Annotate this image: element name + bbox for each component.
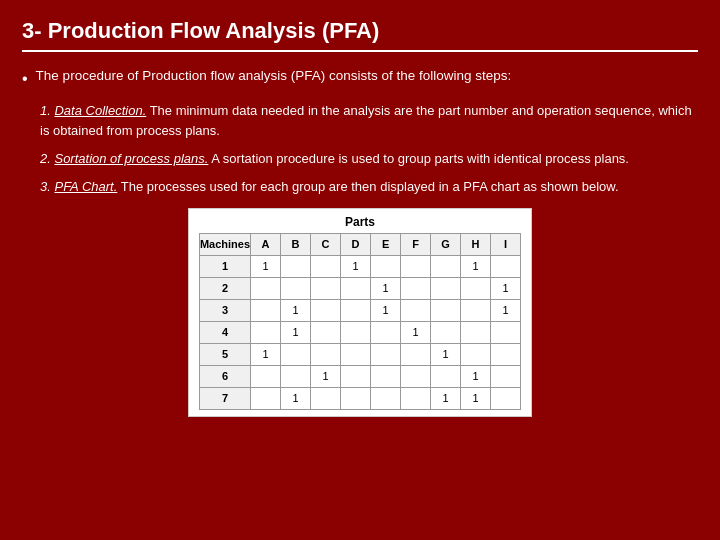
- col-c: C: [311, 233, 341, 255]
- table-cell: [371, 255, 401, 277]
- item-3-title: PFA Chart.: [54, 179, 117, 194]
- bullet-dot: •: [22, 67, 28, 91]
- table-cell: [371, 387, 401, 409]
- table-cell: [251, 387, 281, 409]
- col-e: E: [371, 233, 401, 255]
- table-cell: [431, 365, 461, 387]
- table-cell: 1: [371, 277, 401, 299]
- machine-label: 3: [199, 299, 250, 321]
- table-cell: [371, 321, 401, 343]
- table-cell: [341, 387, 371, 409]
- table-cell: [431, 277, 461, 299]
- table-cell: [401, 255, 431, 277]
- table-cell: [431, 321, 461, 343]
- table-cell: [401, 277, 431, 299]
- table-cell: [251, 321, 281, 343]
- machine-label: 4: [199, 321, 250, 343]
- item-3: 3. PFA Chart. The processes used for eac…: [40, 177, 698, 197]
- table-cell: [251, 277, 281, 299]
- chart-container: Parts Machines A B C D E F G H I: [22, 208, 698, 417]
- machine-label: 5: [199, 343, 250, 365]
- table-cell: [341, 343, 371, 365]
- table-cell: 1: [431, 343, 461, 365]
- table-row: 411: [199, 321, 520, 343]
- main-bullet: • The procedure of Production flow analy…: [22, 66, 698, 91]
- table-cell: [281, 343, 311, 365]
- item-3-text: The processes used for each group are th…: [121, 179, 619, 194]
- table-cell: [401, 365, 431, 387]
- table-cell: 1: [461, 387, 491, 409]
- col-g: G: [431, 233, 461, 255]
- table-cell: [491, 343, 521, 365]
- table-cell: [491, 321, 521, 343]
- col-h: H: [461, 233, 491, 255]
- main-bullet-text: The procedure of Production flow analysi…: [36, 66, 512, 86]
- content-section: • The procedure of Production flow analy…: [22, 66, 698, 198]
- table-cell: 1: [311, 365, 341, 387]
- item-2: 2. Sortation of process plans. A sortati…: [40, 149, 698, 169]
- item-2-number: 2.: [40, 151, 54, 166]
- machine-label: 1: [199, 255, 250, 277]
- machine-label: 2: [199, 277, 250, 299]
- table-row: 211: [199, 277, 520, 299]
- table-cell: 1: [251, 343, 281, 365]
- table-cell: [371, 343, 401, 365]
- col-a: A: [251, 233, 281, 255]
- table-cell: 1: [281, 321, 311, 343]
- col-f: F: [401, 233, 431, 255]
- table-cell: 1: [401, 321, 431, 343]
- table-cell: [461, 277, 491, 299]
- table-cell: [461, 299, 491, 321]
- table-cell: [311, 387, 341, 409]
- table-cell: [371, 365, 401, 387]
- table-cell: [281, 277, 311, 299]
- table-cell: [311, 299, 341, 321]
- table-cell: [341, 299, 371, 321]
- table-cell: [251, 299, 281, 321]
- table-cell: [491, 255, 521, 277]
- table-row: 611: [199, 365, 520, 387]
- machine-label: 6: [199, 365, 250, 387]
- table-cell: 1: [281, 299, 311, 321]
- table-cell: 1: [341, 255, 371, 277]
- table-cell: 1: [461, 255, 491, 277]
- table-cell: 1: [491, 299, 521, 321]
- table-cell: [311, 321, 341, 343]
- machines-header: Machines: [199, 233, 250, 255]
- item-3-number: 3.: [40, 179, 54, 194]
- table-header-row: Machines A B C D E F G H I: [199, 233, 520, 255]
- table-cell: [491, 365, 521, 387]
- slide-title: 3- Production Flow Analysis (PFA): [22, 18, 698, 52]
- table-cell: [341, 277, 371, 299]
- table-cell: [401, 299, 431, 321]
- table-cell: [431, 255, 461, 277]
- item-2-title: Sortation of process plans.: [54, 151, 208, 166]
- table-row: 3111: [199, 299, 520, 321]
- table-cell: [281, 255, 311, 277]
- table-cell: [341, 365, 371, 387]
- col-i: I: [491, 233, 521, 255]
- table-cell: [281, 365, 311, 387]
- parts-label: Parts: [199, 215, 521, 229]
- table-cell: [461, 321, 491, 343]
- table-cell: [401, 343, 431, 365]
- table-cell: [251, 365, 281, 387]
- table-cell: [311, 343, 341, 365]
- item-1-number: 1.: [40, 103, 54, 118]
- table-row: 1111: [199, 255, 520, 277]
- machine-label: 7: [199, 387, 250, 409]
- col-b: B: [281, 233, 311, 255]
- item-2-text: A sortation procedure is used to group p…: [211, 151, 629, 166]
- pfa-table: Machines A B C D E F G H I 1111211311141…: [199, 233, 521, 410]
- table-cell: [431, 299, 461, 321]
- table-row: 7111: [199, 387, 520, 409]
- table-cell: 1: [491, 277, 521, 299]
- table-cell: [461, 343, 491, 365]
- table-cell: [401, 387, 431, 409]
- item-1: 1. Data Collection. The minimum data nee…: [40, 101, 698, 141]
- table-cell: 1: [431, 387, 461, 409]
- table-cell: [311, 277, 341, 299]
- table-cell: 1: [461, 365, 491, 387]
- table-cell: 1: [281, 387, 311, 409]
- table-cell: 1: [251, 255, 281, 277]
